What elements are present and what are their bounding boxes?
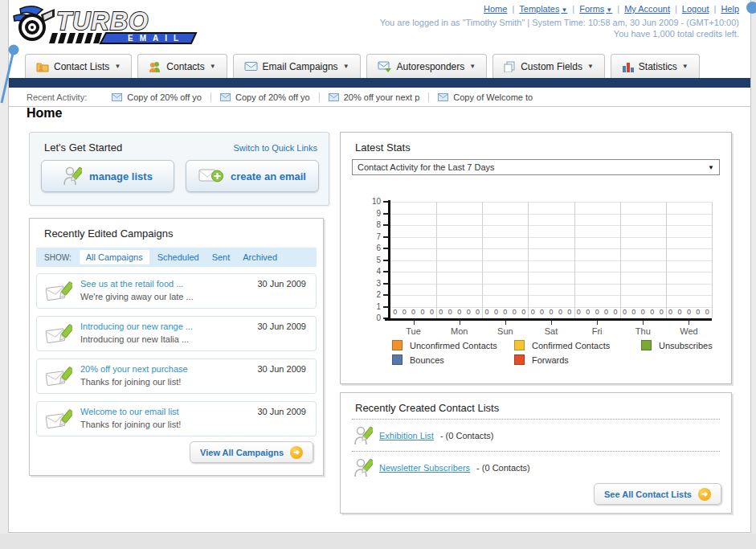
contact-list-link[interactable]: Exhibition List (379, 431, 434, 440)
campaign-subtitle: We're giving away our late ... (80, 292, 194, 301)
tab-contact-lists[interactable]: Contact Lists ▼ (25, 54, 132, 78)
chart-gridline (620, 202, 621, 318)
see-all-contact-lists-button[interactable]: See All Contact Lists ➜ (594, 483, 721, 505)
chart-gridline (390, 237, 712, 238)
statistics-icon (622, 61, 634, 72)
chart-value-label: 0 (476, 308, 480, 316)
campaign-list: See us at the retail food ... We're givi… (36, 273, 317, 444)
campaign-row[interactable]: Welcome to our email list Thanks for joi… (36, 401, 317, 436)
chart-x-tick-label: Mon (451, 326, 468, 336)
campaign-title[interactable]: 20% off your next purchase (80, 364, 188, 374)
tab-custom-fields[interactable]: Custom Fields ▼ (492, 54, 605, 78)
chart-x-tick-label: Thu (635, 326, 651, 336)
campaign-title[interactable]: Introducing our new range ... (80, 322, 193, 331)
stats-period-select[interactable]: Contact Activity for the Last 7 Days ▼ (352, 159, 720, 175)
chart-value-label: 0 (549, 308, 553, 316)
chart-value-label: 0 (613, 308, 617, 316)
campaign-row[interactable]: 20% off your next purchase Thanks for jo… (36, 358, 317, 394)
latest-stats-panel: Latest Stats Contact Activity for the La… (340, 132, 732, 384)
chart-value-label: 0 (531, 308, 535, 316)
contact-activity-chart: 012345678910Tue00000Mon00000Sun00000Sat0… (352, 191, 721, 334)
contact-list-item: Newsletter Subscribers - (0 Contacts) (353, 454, 530, 481)
get-started-panel: Let's Get Started Switch to Quick Links … (29, 132, 329, 206)
campaign-subtitle: Thanks for joining our list! (80, 377, 181, 387)
create-email-label: create an email (231, 170, 306, 182)
envelope-icon (244, 61, 258, 72)
chart-gridline (390, 202, 712, 203)
contact-lists-title: Recently Created Contact Lists (355, 402, 499, 414)
envelope-pencil-icon (45, 323, 72, 346)
divider: | (675, 4, 677, 14)
switch-to-quick-links[interactable]: Switch to Quick Links (233, 143, 317, 153)
chart-y-tick-label: 7 (352, 232, 381, 241)
campaign-date: 30 Jun 2009 (257, 364, 306, 374)
nav-link-home[interactable]: Home (484, 4, 507, 14)
nav-link-logout[interactable]: Logout (682, 4, 709, 14)
campaign-row[interactable]: See us at the retail food ... We're givi… (36, 273, 317, 309)
chevron-down-icon: ▼ (210, 63, 216, 70)
activity-item-label: Copy of 20% off yo (127, 92, 202, 102)
tab-statistics[interactable]: Statistics ▼ (611, 54, 700, 78)
envelope-pencil-icon (45, 366, 72, 388)
chart-legend: Unconfirmed ContactsConfirmed ContactsUn… (392, 340, 713, 365)
dotted-divider (352, 451, 720, 452)
nav-link-my-account[interactable]: My Account (624, 4, 670, 14)
chart-value-label: 0 (577, 308, 581, 316)
turbo-email-logo: TURBO EMAIL (10, 2, 203, 50)
filter-scheduled[interactable]: Scheduled (157, 252, 199, 262)
chart-value-label: 0 (503, 308, 507, 316)
recent-activity-item[interactable]: Copy of 20% off yo (103, 92, 210, 102)
create-an-email-button[interactable]: create an email (186, 160, 319, 192)
chart-value-label: 0 (457, 308, 461, 316)
tab-label: Statistics (639, 61, 677, 72)
recent-activity-item[interactable]: Copy of Welcome to (428, 92, 541, 102)
envelope-icon (220, 93, 231, 101)
nav-link-help[interactable]: Help (721, 4, 739, 14)
view-all-campaigns-button[interactable]: View All Campaigns ➜ (190, 441, 313, 463)
tab-autoresponders[interactable]: Autoresponders ▼ (366, 54, 488, 78)
chart-y-tick-label: 2 (352, 290, 381, 299)
campaign-title[interactable]: See us at the retail food ... (80, 279, 183, 289)
svg-text:TURBO: TURBO (56, 7, 149, 35)
activity-item-label: 20% off your next p (344, 92, 420, 102)
recent-activity-item[interactable]: Copy of 20% off yo (210, 92, 319, 102)
show-label: SHOW: (44, 253, 72, 262)
campaigns-title: Recently Edited Campaigns (44, 227, 173, 240)
tab-contacts[interactable]: Contacts ▼ (137, 54, 227, 78)
recent-activity-bar: Recent Activity: Copy of 20% off yo Copy… (9, 88, 750, 107)
page: TURBO EMAIL Home|Templates▼|Forms▼|My Ac… (0, 0, 756, 549)
campaign-date: 30 Jun 2009 (257, 322, 306, 331)
campaign-title[interactable]: Welcome to our email list (80, 407, 179, 416)
chart-value-label: 0 (567, 308, 571, 316)
chart-y-tick-label: 1 (352, 302, 381, 311)
chart-x-tick (551, 321, 552, 325)
chart-value-label: 0 (604, 308, 608, 316)
tab-email-campaigns[interactable]: Email Campaigns ▼ (233, 54, 361, 78)
chart-gridline (666, 202, 667, 318)
nav-link-forms[interactable]: Forms▼ (579, 4, 612, 14)
campaign-row[interactable]: Introducing our new range ... Introducin… (36, 316, 317, 351)
person-pencil-icon (353, 457, 373, 478)
filter-all-campaigns[interactable]: All Campaigns (80, 250, 149, 264)
manage-lists-button[interactable]: manage lists (41, 160, 174, 192)
contact-list-link[interactable]: Newsletter Subscribers (379, 463, 470, 473)
legend-item: Forwards (514, 354, 641, 365)
recent-activity-label: Recent Activity: (27, 92, 87, 102)
legend-item: Unconfirmed Contacts (392, 340, 514, 350)
arrow-right-icon: ➜ (290, 446, 303, 459)
page-title: Home (27, 106, 62, 121)
logo-graphic: TURBO EMAIL (10, 2, 203, 47)
chart-value-label: 0 (586, 308, 590, 316)
recent-activity-item[interactable]: 20% off your next p (319, 92, 429, 102)
envelope-plus-icon (198, 167, 223, 185)
nav-link-templates[interactable]: Templates▼ (519, 4, 567, 14)
contact-list-detail: - (0 Contacts) (476, 463, 530, 473)
legend-swatch (392, 340, 403, 350)
custom-fields-icon (504, 61, 516, 72)
filter-sent[interactable]: Sent (212, 252, 231, 262)
campaign-subtitle: Introducing our new Italia ... (80, 334, 189, 344)
chart-value-label: 0 (631, 308, 635, 316)
filter-archived[interactable]: Archived (243, 252, 277, 262)
divider: | (512, 4, 514, 14)
chart-value-label: 0 (430, 308, 434, 316)
